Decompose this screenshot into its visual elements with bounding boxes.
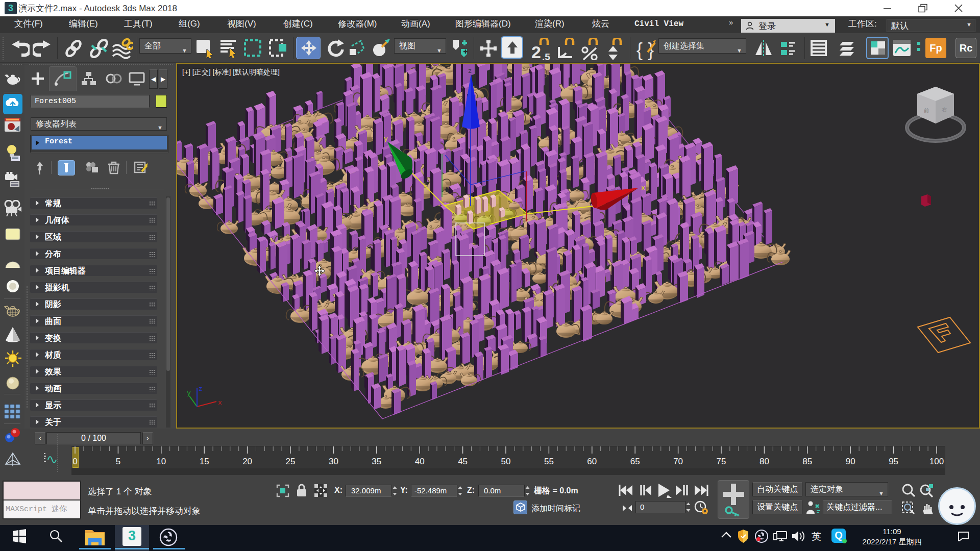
svg-text:45: 45: [458, 457, 468, 466]
svg-text:{: {: [636, 39, 643, 60]
svg-text:70: 70: [673, 457, 683, 466]
svg-text:50: 50: [501, 457, 511, 466]
svg-text:55: 55: [544, 457, 554, 466]
svg-text:10: 10: [156, 457, 166, 466]
svg-text:15: 15: [200, 457, 209, 466]
svg-text:5: 5: [116, 457, 120, 466]
svg-text:右: 右: [942, 107, 947, 112]
svg-text:0: 0: [72, 457, 77, 466]
svg-text:90: 90: [846, 457, 855, 466]
svg-text:y: y: [384, 135, 388, 143]
svg-text:y: y: [187, 389, 191, 397]
svg-text:30: 30: [329, 457, 338, 466]
svg-text:40: 40: [415, 457, 425, 466]
svg-text:85: 85: [802, 457, 812, 466]
svg-text:35: 35: [372, 457, 381, 466]
svg-text:95: 95: [889, 457, 898, 466]
svg-text:20: 20: [242, 457, 252, 466]
svg-text:.5: .5: [542, 52, 550, 60]
svg-text:z: z: [468, 68, 472, 75]
svg-text:前: 前: [924, 108, 929, 113]
svg-text:25: 25: [286, 457, 296, 466]
svg-text:z: z: [199, 385, 203, 393]
svg-text:75: 75: [717, 457, 726, 466]
svg-text:2: 2: [531, 42, 541, 60]
svg-text:65: 65: [630, 457, 640, 466]
svg-text:x: x: [641, 184, 645, 192]
svg-text:x: x: [218, 399, 222, 407]
svg-text:80: 80: [760, 457, 769, 466]
svg-text:100: 100: [929, 457, 944, 466]
svg-text:60: 60: [587, 457, 597, 466]
